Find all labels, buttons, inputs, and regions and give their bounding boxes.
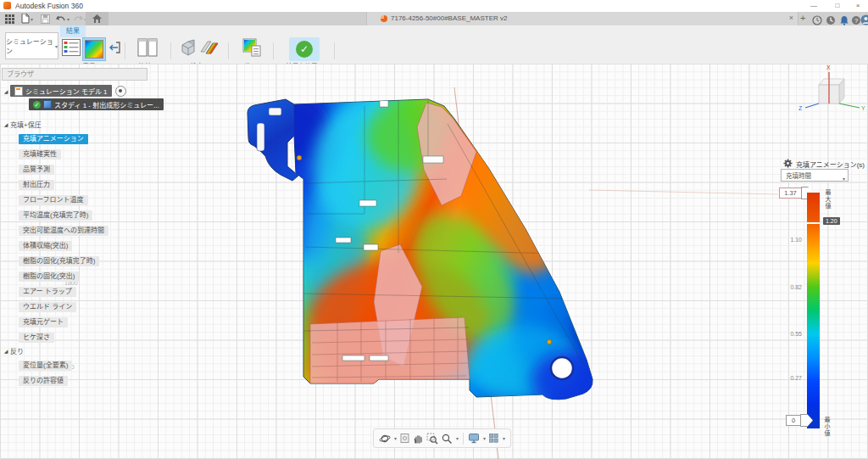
zoom-icon[interactable] [441, 433, 453, 445]
result-item-air-traps[interactable]: エアー トラップ [19, 287, 76, 297]
legend-min-value[interactable]: 0 [786, 415, 801, 426]
visibility-eye-icon[interactable] [115, 86, 126, 97]
result-item-average-temp[interactable]: 平均温度(充填完了時) [19, 210, 92, 221]
axis-z-label: Z [798, 105, 803, 111]
zoom-window-icon[interactable] [426, 433, 438, 445]
ribbon-separator [125, 42, 125, 59]
clipping-plane-icon[interactable] [179, 38, 198, 60]
legend-min-label: 最小値 [822, 417, 831, 437]
injection-gate-marker [547, 339, 552, 344]
document-tab[interactable]: 7176-4256-50#00#BASE_MASTER v2 × [366, 12, 798, 25]
view-cube[interactable]: X Y Z [798, 64, 865, 111]
close-tab-icon[interactable]: × [789, 14, 793, 22]
origin-y-axis-line [589, 190, 778, 194]
title-bar: Autodesk Fusion 360 — □ × [0, 0, 868, 13]
pan-hand-icon[interactable] [413, 433, 424, 444]
look-at-icon[interactable] [399, 433, 410, 444]
new-tab-button[interactable]: + [800, 13, 805, 23]
legend-tick: 0.55 [778, 331, 802, 337]
browser-model-row[interactable]: ◢ シミュレーション モデル 1 [2, 85, 147, 97]
result-item-fill-animation[interactable]: 充填アニメーション [19, 134, 88, 144]
finish-results-icon[interactable]: ✓ [289, 37, 320, 61]
orbit-icon[interactable] [379, 433, 391, 445]
workspace-caret: ▾ [55, 43, 58, 49]
section-warp[interactable]: ◢ 反り [2, 346, 147, 355]
grid-layout-icon[interactable] [488, 433, 499, 444]
injection-gate-marker [297, 155, 302, 160]
result-item-frozen-at-fill[interactable]: 樹脂の固化(充填完了時) [19, 256, 99, 266]
app-grid-icon[interactable] [5, 14, 14, 24]
svg-text:?: ? [854, 17, 858, 25]
home-tab[interactable] [86, 12, 108, 25]
result-item-quality-prediction[interactable]: 品質予測 [19, 165, 54, 175]
legend-current-value-badge: 1.20 [823, 217, 840, 225]
legend-tick: 0.27 [778, 375, 802, 381]
section-fill-pack[interactable]: ◢ 充填+保圧 [2, 120, 147, 129]
model-top-tab[interactable] [248, 99, 298, 181]
legend-title: 充填アニメーション(s) [796, 160, 865, 169]
result-item-sink-depth[interactable]: ヒケ深さ [19, 333, 54, 343]
document-title: 7176-4256-50#00#BASE_MASTER v2 [391, 14, 507, 22]
model-bolt-hole [551, 357, 573, 379]
legend-tick: 1.10 [778, 237, 802, 243]
result-item-weld-lines[interactable]: ウエルド ライン [19, 302, 76, 312]
undo-icon[interactable]: ▾ [56, 14, 70, 24]
results-context-tab[interactable]: 結果 [60, 25, 86, 37]
legend-current-marker[interactable] [807, 222, 820, 224]
undo-caret[interactable]: ▾ [67, 16, 70, 22]
redo-icon[interactable]: ▾ [73, 14, 86, 24]
legend-max-value[interactable]: 1.37 [779, 188, 802, 199]
result-item-injection-pressure[interactable]: 射出圧力 [19, 180, 54, 190]
app-title: Autodesk Fusion 360 [15, 2, 83, 10]
file-menu-caret: ▾ [31, 16, 33, 22]
result-item-fill-gate[interactable]: 充填元ゲート [19, 317, 68, 327]
compare-icon[interactable] [137, 38, 158, 60]
workspace-selector[interactable]: シミュレーション ▾ [5, 32, 58, 59]
ribbon-separator [273, 42, 274, 59]
fusion-logo-icon [3, 2, 11, 9]
tab-strip: ▾ ▾ ▾ 7176-4256-50#00#BASE_MASTER v2 × +… [0, 12, 868, 26]
close-button[interactable]: × [849, 0, 866, 11]
navbar-separator [463, 433, 464, 445]
simulation-model-icon [14, 87, 23, 96]
3d-viewport[interactable]: X Y Z 1900 1800 1750 ブラウザ ◢ シミュレーション モデル… [0, 64, 868, 459]
save-icon[interactable] [41, 14, 50, 24]
solved-check-icon: ✓ [33, 101, 41, 109]
collapse-triangle-icon[interactable]: ◢ [2, 88, 10, 94]
display-settings-caret[interactable]: ▾ [483, 435, 486, 441]
axis-y-label: Y [861, 105, 865, 111]
ribbon-separator [170, 42, 171, 59]
display-settings-icon[interactable] [468, 433, 480, 444]
browser-panel: ブラウザ ◢ シミュレーション モデル 1 ✓ スタディ 1 - 射出成形シミュ… [2, 68, 147, 386]
next-result-icon[interactable] [108, 41, 121, 58]
document-favicon-icon [381, 15, 387, 22]
result-item-fill-confidence[interactable]: 充填確実性 [19, 149, 61, 160]
section-slice-icon[interactable] [199, 38, 220, 60]
study-row-label: スタディ 1 - 射出成形シミュレー... [54, 100, 159, 109]
browser-study-row[interactable]: ✓ スタディ 1 - 射出成形シミュレー... [29, 98, 147, 110]
maximize-button[interactable]: □ [829, 0, 846, 11]
result-item-warp-tolerance[interactable]: 反りの許容値 [19, 376, 68, 386]
collapse-triangle-icon[interactable]: ◢ [2, 348, 10, 354]
result-item-flow-front-temp[interactable]: フローフロント温度 [19, 195, 88, 205]
legend-color-scale[interactable] [807, 193, 820, 428]
orbit-caret[interactable]: ▾ [394, 435, 397, 441]
legend-display-icon[interactable] [62, 39, 81, 59]
model-row-label: シミュレーション モデル 1 [25, 87, 108, 96]
result-item-volumetric-shrinkage[interactable]: 体積収縮(突出) [19, 241, 72, 251]
navigation-toolbar: ▾ ▾ ▾ ▾ [373, 428, 511, 448]
browser-header: ブラウザ [2, 68, 147, 81]
zoom-caret[interactable]: ▾ [456, 435, 459, 441]
result-item-displacement[interactable]: 変位量(全要素) [19, 361, 72, 371]
ribbon-toolbar: シミュレーション ▾ 結果 表示 ▾ 比較 ▾ [0, 25, 868, 64]
file-menu-icon[interactable]: ▾ [21, 14, 33, 24]
color-plot-icon-selected[interactable] [82, 37, 106, 61]
legend-tick: 0.82 [778, 284, 802, 290]
minimize-button[interactable]: — [805, 0, 822, 11]
grid-layout-caret[interactable]: ▾ [503, 435, 505, 441]
result-item-frozen-at-ejection[interactable]: 樹脂の固化(突出) [19, 271, 79, 282]
legend-result-dropdown[interactable]: 充填時間 ▾ [781, 169, 849, 182]
collapse-triangle-icon[interactable]: ◢ [2, 121, 10, 127]
result-item-time-to-ejection-temp[interactable]: 突出可能温度への到達時間 [19, 226, 108, 236]
report-icon[interactable] [242, 37, 262, 61]
